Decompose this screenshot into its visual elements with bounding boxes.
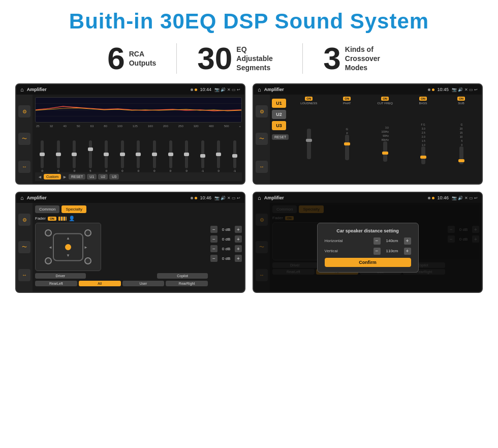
- fader-dots: [191, 197, 197, 199]
- fader-text-label: Fader: [35, 216, 46, 221]
- fader-person-icon[interactable]: 👤: [69, 216, 75, 221]
- next-arrow[interactable]: ►: [63, 174, 67, 180]
- btn-user[interactable]: User: [122, 281, 165, 286]
- sub-thumb[interactable]: [458, 159, 464, 162]
- slider-track-11[interactable]: [217, 140, 220, 168]
- eq-freq-labels: 25 32 40 50 63 80 100 125 160 200 250 32…: [35, 125, 242, 128]
- slider-track-1[interactable]: [57, 140, 60, 168]
- slider-thumb-11[interactable]: [216, 153, 221, 156]
- u2-button[interactable]: U2: [272, 110, 286, 119]
- slider-thumb-7[interactable]: [152, 153, 157, 156]
- db-minus-1[interactable]: −: [210, 226, 217, 233]
- slider-thumb-10[interactable]: [200, 154, 205, 158]
- crossover-content: ⚙ 〜 ↔ U1 U2 U3 RESET ON LOU: [254, 95, 482, 184]
- slider-thumb-9[interactable]: [184, 153, 189, 156]
- fader-tab-specialty[interactable]: Specialty: [61, 205, 86, 213]
- loudness-track[interactable]: [307, 129, 311, 159]
- phat-track[interactable]: [345, 135, 349, 160]
- eq-icon-1[interactable]: ⚙: [18, 105, 30, 117]
- home-icon[interactable]: ⌂: [20, 86, 24, 93]
- db-value-4: 0 dB: [219, 256, 233, 261]
- dot3: [428, 88, 430, 91]
- dialog-box: Car speaker distance setting Horizontal …: [317, 223, 419, 273]
- u3-button[interactable]: U3: [272, 121, 286, 130]
- slider-thumb-1[interactable]: [56, 153, 61, 156]
- dialog-home-icon[interactable]: ⌂: [258, 195, 261, 201]
- btn-copilot[interactable]: Copilot: [157, 273, 208, 279]
- fader-tab-common[interactable]: Common: [35, 205, 59, 213]
- phat-thumb[interactable]: [344, 142, 350, 145]
- horizontal-plus[interactable]: +: [404, 237, 411, 245]
- fader-main-area: Common Specialty Fader ON 👤: [33, 203, 244, 292]
- db-plus-2[interactable]: +: [235, 235, 242, 243]
- slider-track-8[interactable]: [169, 140, 172, 168]
- btn-rearleft[interactable]: RearLeft: [35, 281, 77, 286]
- ch-phat: ON PHAT GF: [328, 97, 365, 182]
- eq-reset-btn[interactable]: RESET: [69, 174, 85, 180]
- eq-slider-11: 0: [211, 140, 226, 172]
- slider-thumb-6[interactable]: [136, 153, 141, 156]
- vertical-plus[interactable]: +: [404, 248, 411, 255]
- slider-thumb-2[interactable]: [72, 153, 77, 156]
- btn-all[interactable]: All: [79, 281, 121, 286]
- slider-track-3[interactable]: [89, 140, 92, 168]
- slider-thumb-0[interactable]: [40, 153, 45, 156]
- fader-home-icon[interactable]: ⌂: [20, 195, 24, 201]
- eq-u1-btn[interactable]: U1: [87, 174, 97, 180]
- fader-dial[interactable]: [58, 217, 67, 221]
- db-minus-4[interactable]: −: [210, 255, 217, 262]
- speaker-tl: [45, 229, 52, 236]
- eq-u2-btn[interactable]: U2: [98, 174, 108, 180]
- slider-thumb-3[interactable]: [88, 147, 93, 151]
- cutfreq-track[interactable]: [383, 141, 387, 162]
- stat-number-crossover: 3: [323, 43, 340, 74]
- ch-bass-label: BASS: [419, 102, 427, 105]
- prev-arrow[interactable]: ◄: [38, 174, 42, 180]
- slider-track-5[interactable]: [121, 140, 124, 168]
- fader-icon-3[interactable]: ↔: [18, 269, 30, 281]
- crossover-status-icons: 📷 🔊 ✕ ▭ ↩: [452, 87, 478, 92]
- slider-track-0[interactable]: [41, 140, 44, 168]
- btn-driver[interactable]: Driver: [35, 273, 86, 279]
- slider-track-12[interactable]: [233, 140, 236, 168]
- db-minus-2[interactable]: −: [210, 235, 217, 243]
- eq-icon-2[interactable]: 〜: [18, 133, 30, 145]
- bass-track[interactable]: [421, 146, 425, 164]
- slider-track-6[interactable]: [137, 140, 140, 168]
- u1-button[interactable]: U1: [272, 99, 286, 108]
- xover-icon-3[interactable]: ↔: [256, 161, 268, 173]
- bass-thumb[interactable]: [420, 156, 426, 159]
- db-plus-1[interactable]: +: [235, 226, 242, 233]
- crossover-home-icon[interactable]: ⌂: [258, 86, 261, 93]
- xover-reset-btn[interactable]: RESET: [272, 134, 289, 140]
- slider-thumb-12[interactable]: [232, 154, 237, 158]
- sub-track[interactable]: [459, 146, 463, 164]
- slider-thumb-8[interactable]: [168, 153, 173, 156]
- eq-icon-3[interactable]: ↔: [18, 161, 30, 173]
- db-plus-4[interactable]: +: [235, 255, 242, 262]
- slider-track-4[interactable]: [105, 140, 108, 168]
- slider-thumb-5[interactable]: [120, 153, 125, 156]
- slider-track-2[interactable]: [73, 140, 76, 168]
- confirm-button[interactable]: Confirm: [325, 258, 411, 267]
- eq-dots: [191, 88, 197, 91]
- eq-u3-btn[interactable]: U3: [109, 174, 119, 180]
- loudness-thumb[interactable]: [306, 139, 312, 142]
- ch-loudness-label: LOUDNESS: [300, 102, 317, 105]
- db-plus-3[interactable]: +: [235, 245, 242, 252]
- cutfreq-thumb[interactable]: [382, 152, 388, 155]
- db-minus-3[interactable]: −: [210, 245, 217, 252]
- btn-rearright[interactable]: RearRight: [166, 281, 208, 286]
- xover-icon-1[interactable]: ⚙: [256, 105, 268, 117]
- vertical-minus[interactable]: −: [374, 248, 381, 255]
- fader-icon-2[interactable]: 〜: [18, 241, 30, 253]
- slider-track-7[interactable]: [153, 140, 156, 168]
- eq-custom-btn[interactable]: Custom: [44, 174, 61, 180]
- slider-thumb-4[interactable]: [104, 153, 109, 156]
- dot2: [195, 88, 197, 91]
- xover-icon-2[interactable]: 〜: [256, 133, 268, 145]
- horizontal-minus[interactable]: −: [374, 237, 381, 245]
- slider-track-10[interactable]: [201, 140, 204, 168]
- fader-icon-1[interactable]: ⚙: [18, 214, 30, 226]
- slider-track-9[interactable]: [185, 140, 188, 168]
